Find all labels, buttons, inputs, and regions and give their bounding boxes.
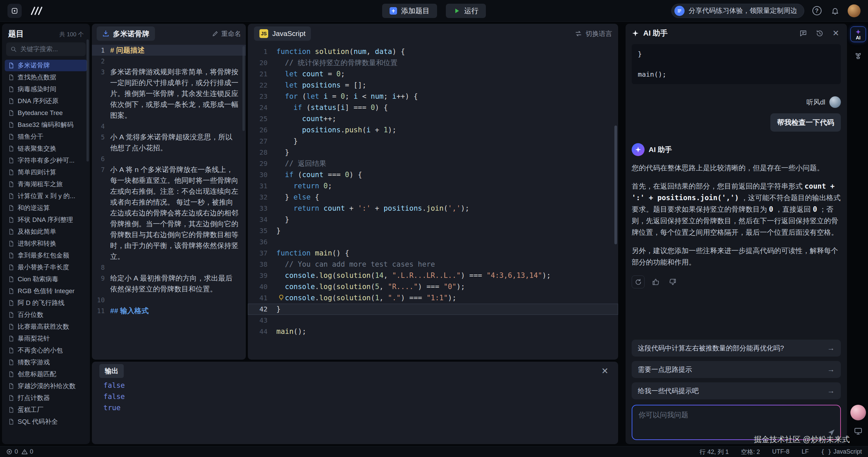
help-icon[interactable]: ? [811,5,823,17]
sidebar-item[interactable]: 及格如此简单 [5,226,87,237]
sidebar-item[interactable]: 简单四则计算 [5,167,87,178]
close-output-button[interactable]: ✕ [599,366,611,376]
share-banner[interactable]: 分享代码练习体验，领限量定制周边 [671,4,804,18]
sidebar-item[interactable]: 阿 D 的飞行路线 [5,297,87,309]
problem-title-chip[interactable]: 多米诺骨牌 [97,26,155,41]
sidebar-item[interactable]: 猜数字游戏 [5,357,87,368]
error-count[interactable]: 0 [6,448,18,455]
app-logo[interactable] [7,4,22,18]
document-icon [8,359,14,365]
code-line: 40 console.log(solution(5, "R....") === … [248,281,618,292]
sidebar-item[interactable]: 比赛最高获胜次数 [5,321,87,332]
code-area[interactable]: 1function solution(num, data) {20 // 统计保… [248,43,618,337]
sidebar-item[interactable]: 猫鱼分干 [5,131,87,142]
rename-button[interactable]: 重命名 [212,29,241,38]
sidebar-item[interactable]: 和的逆运算 [5,202,87,214]
code-token: i [354,92,358,100]
lightbulb-icon[interactable] [278,294,285,301]
search-input[interactable] [20,45,82,53]
code-token: log [319,271,332,280]
encoding[interactable]: UTF-8 [772,448,789,455]
sidebar-item[interactable]: 查找热点数据 [5,72,87,83]
indentation[interactable]: 空格: 2 [741,448,760,456]
sidebar-item[interactable]: 病毒感染时间 [5,83,87,95]
code-token [276,171,285,179]
sidebar-item[interactable]: Cion 勒索病毒 [5,273,87,285]
share-chat-icon[interactable] [798,28,808,38]
suggestion-chip[interactable]: 需要一点思路提示→ [632,361,841,378]
code-token: for [285,92,298,100]
sidebar-item[interactable]: 链表聚集交换 [5,143,87,154]
line-number: 29 [248,158,276,169]
code-token: 0 [323,182,328,190]
sidebar-item-label: 打点计数器 [18,394,50,402]
regenerate-icon[interactable] [632,275,645,288]
sidebar-item[interactable]: Base32 编码和解码 [5,119,87,131]
brand-logo-icon[interactable] [29,6,44,16]
sidebar-item[interactable]: 最小替换子串长度 [5,262,87,273]
problem-title: 多米诺骨牌 [113,29,150,39]
eol-type[interactable]: LF [802,448,809,455]
sidebar-item[interactable]: 创意标题匹配 [5,368,87,380]
line-number: 9 [92,273,110,294]
search-box[interactable] [6,42,86,56]
document-icon [8,252,14,259]
ai-character-avatar[interactable] [850,405,866,420]
code-text: console.log(solution(5, "R....") === "0"… [276,281,618,292]
suggestion-chip[interactable]: 给我一些代码提示吧→ [632,382,841,399]
plant-icon[interactable] [854,51,863,60]
code-token [276,182,294,190]
line-number: 32 [248,192,276,203]
cursor-position[interactable]: 行 42, 列 1 [699,448,729,456]
switch-language-label: 切换语言 [586,29,612,38]
sidebar-item-label: 不再贪心的小包 [18,346,63,355]
sidebar-item[interactable]: 暴雨梨花针 [5,333,87,344]
thumbs-up-icon[interactable] [650,276,662,288]
sidebar-item[interactable]: RGB 色值转 Integer [5,285,87,297]
language-mode[interactable]: { } JavaScript [821,448,862,455]
sidebar-item[interactable]: 打点计数器 [5,392,87,404]
close-icon[interactable]: ✕ [831,28,841,38]
code-token [319,92,323,100]
editor-scrollbar[interactable] [614,126,617,244]
monitor-icon[interactable] [854,426,863,435]
sidebar-item[interactable]: 百分位数 [5,309,87,321]
sidebar-item[interactable]: 环状 DNA 序列整理 [5,214,87,226]
line-number: 20 [248,57,276,69]
sidebar-item[interactable]: 字符串有多少种可... [5,155,87,166]
sidebar-item[interactable]: 计算位置 x 到 y 的... [5,190,87,202]
switch-language-button[interactable]: 切换语言 [575,29,612,38]
sidebar-item[interactable]: 拿到最多红包金额 [5,250,87,261]
output-line: true [103,402,618,414]
code-token: ; [345,92,353,100]
sidebar-item[interactable]: 进制求和转换 [5,238,87,249]
thumbs-down-icon[interactable] [667,276,678,288]
sidebar-scrollbar[interactable] [86,39,89,161]
user-avatar[interactable] [848,4,861,17]
bell-icon[interactable] [829,5,841,17]
history-icon[interactable] [814,28,825,38]
description-line: 3多米诺骨牌游戏规则非常简单，将骨牌按一定间距的尺寸排成单行，或分行排成一片。推… [92,66,246,121]
run-button[interactable]: 运行 [446,4,486,18]
sidebar-item[interactable]: DNA 序列还原 [5,95,87,107]
line-number: 6 [92,153,110,164]
code-line: 23 for (let i = 0; i < num; i++) { [248,91,618,102]
language-tab[interactable]: JS JavaScript [254,26,311,41]
sidebar-item[interactable]: 蛋糕工厂 [5,404,87,416]
document-icon [8,110,14,116]
sidebar-item[interactable]: 不再贪心的小包 [5,345,87,356]
sidebar-item[interactable]: 青海湖租车之旅 [5,178,87,190]
output-tab[interactable]: 输出 [99,364,124,378]
suggestion-chip[interactable]: 这段代码中计算左右被推数量的部分能再优化吗?→ [632,340,841,357]
code-text: function main() { [276,248,618,259]
question-mark: ? [812,6,822,15]
ai-assistant-toggle[interactable]: AI [850,26,866,42]
code-token: join [427,204,444,212]
add-problem-button[interactable]: + 添加题目 [382,4,437,18]
sidebar-item[interactable]: SQL 代码补全 [5,416,87,427]
sidebar-item[interactable]: 多米诺骨牌 [5,60,87,71]
description-scrollbar[interactable] [242,46,245,131]
sidebar-item[interactable]: 穿越沙漠的补给次数 [5,380,87,392]
warning-count[interactable]: 0 [21,448,33,455]
sidebar-item[interactable]: Bytedance Tree [5,107,87,119]
